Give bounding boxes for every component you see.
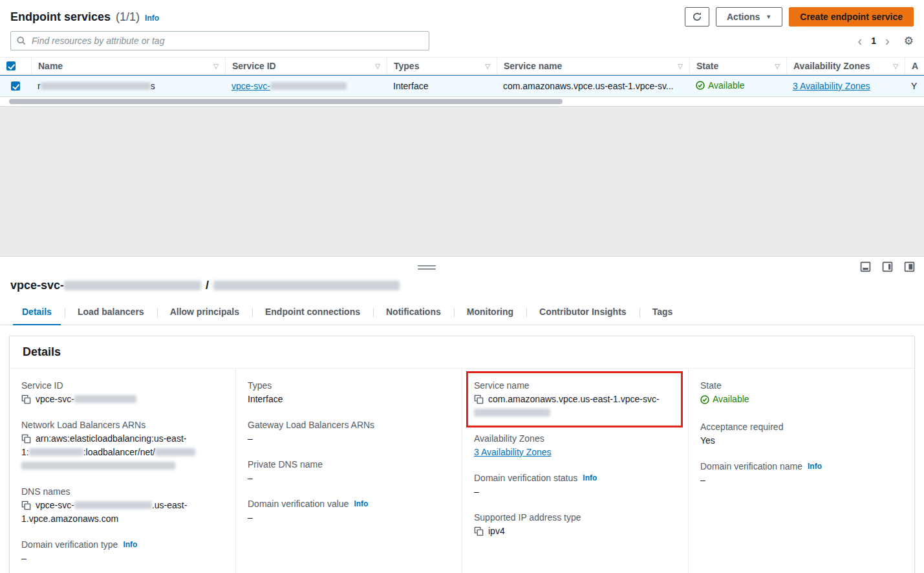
- redacted-text: [74, 501, 152, 509]
- column-header-types[interactable]: Types▽: [387, 58, 497, 74]
- redacted-text: [41, 82, 151, 90]
- availability-zones-link[interactable]: 3 Availability Zones: [793, 81, 870, 91]
- redacted-text: [29, 448, 83, 456]
- tab-endpoint-connections[interactable]: Endpoint connections: [252, 300, 373, 325]
- column-header-service-name[interactable]: Service name▽: [497, 58, 689, 74]
- endpoint-services-table: Name▽ Service ID▽ Types▽ Service name▽ S…: [0, 57, 924, 106]
- tab-contributor-insights[interactable]: Contributor Insights: [526, 300, 639, 325]
- actions-dropdown-button[interactable]: Actions ▼: [716, 7, 782, 27]
- field-service-name-highlighted: Service name com.amazonaws.vpce.us-east-…: [474, 379, 675, 420]
- table-toolbar: ‹ 1 › ⚙: [0, 30, 924, 57]
- current-page-button[interactable]: 1: [871, 36, 876, 46]
- row-checkbox[interactable]: [11, 81, 20, 91]
- tab-load-balancers[interactable]: Load balancers: [65, 300, 157, 325]
- header-actions: Actions ▼ Create endpoint service: [685, 7, 914, 27]
- field-gateway-load-balancer-arns: Gateway Load Balancers ARNs –: [248, 418, 449, 446]
- detail-tabs: Details Load balancers Allow principals …: [0, 297, 924, 325]
- sort-icon: ▽: [893, 63, 898, 70]
- field-state: State Available: [700, 379, 901, 408]
- panel-position-bottom-button[interactable]: [860, 261, 871, 272]
- cell-types: Interface: [387, 81, 497, 91]
- field-supported-ip-address-type: Supported IP address type ipv4: [474, 511, 675, 538]
- redacted-text: [21, 462, 175, 470]
- panel-maximize-button[interactable]: [904, 261, 915, 272]
- field-domain-verification-type: Domain verification typeInfo –: [21, 538, 222, 565]
- cell-availability-zones: 3 Availability Zones: [786, 81, 905, 91]
- tab-details[interactable]: Details: [9, 300, 65, 325]
- cell-state: Available: [689, 80, 786, 92]
- refresh-button[interactable]: [685, 7, 709, 27]
- details-column-2: Types Interface Gateway Load Balancers A…: [235, 369, 462, 573]
- details-card-body: Service ID vpce-svc- Network Load Balanc…: [10, 369, 914, 573]
- redacted-text: [155, 448, 195, 456]
- field-network-load-balancer-arns: Network Load Balancers ARNs arn:aws:elas…: [21, 418, 222, 473]
- copy-icon[interactable]: [21, 395, 31, 404]
- cell-service-id: vpce-svc-: [225, 81, 387, 91]
- actions-label: Actions: [727, 12, 760, 22]
- panel-position-side-button[interactable]: [882, 261, 893, 272]
- table-header-row: Name▽ Service ID▽ Types▽ Service name▽ S…: [0, 57, 924, 75]
- column-header-acceptance[interactable]: A: [905, 58, 924, 74]
- info-link[interactable]: Info: [583, 471, 597, 484]
- split-panel-header: [0, 257, 924, 279]
- column-header-service-id[interactable]: Service ID▽: [225, 58, 387, 74]
- field-types: Types Interface: [248, 379, 449, 406]
- service-id-link[interactable]: vpce-svc-: [231, 81, 347, 91]
- copy-icon[interactable]: [21, 434, 31, 444]
- details-column-3: Service name com.amazonaws.vpce.us-east-…: [462, 369, 688, 573]
- search-box: [10, 31, 429, 50]
- field-private-dns-name: Private DNS name –: [248, 458, 449, 485]
- availability-zones-link[interactable]: 3 Availability Zones: [474, 447, 552, 457]
- details-card-title: Details: [10, 336, 914, 369]
- cell-acceptance: Y: [905, 81, 924, 91]
- preferences-gear-icon[interactable]: ⚙: [904, 34, 914, 48]
- redacted-text: [74, 395, 136, 403]
- info-link[interactable]: Info: [808, 460, 822, 473]
- tab-tags[interactable]: Tags: [639, 300, 686, 325]
- panel-resize-handle[interactable]: [418, 265, 436, 272]
- sort-icon: ▽: [485, 63, 490, 70]
- panel-maximize-icon: [904, 261, 915, 272]
- info-link[interactable]: Info: [123, 538, 137, 551]
- column-header-state[interactable]: State▽: [689, 58, 786, 74]
- create-endpoint-service-button[interactable]: Create endpoint service: [789, 7, 914, 27]
- search-input[interactable]: [10, 31, 429, 50]
- info-link[interactable]: Info: [145, 14, 159, 23]
- table-row[interactable]: rs vpce-svc- Interface com.amazonaws.vpc…: [0, 75, 924, 97]
- field-domain-verification-value: Domain verification valueInfo –: [248, 497, 449, 524]
- create-label: Create endpoint service: [800, 12, 903, 22]
- tab-allow-principals[interactable]: Allow principals: [157, 300, 252, 325]
- tab-notifications[interactable]: Notifications: [373, 300, 454, 325]
- copy-icon[interactable]: [474, 395, 484, 404]
- copy-icon[interactable]: [21, 501, 31, 510]
- field-domain-verification-status: Domain verification statusInfo –: [474, 471, 675, 499]
- selected-resource-title: vpce-svc- /: [0, 279, 924, 297]
- copy-icon[interactable]: [474, 526, 484, 536]
- column-header-availability-zones[interactable]: Availability Zones▽: [786, 58, 905, 74]
- refresh-icon: [692, 12, 702, 22]
- pagination: ‹ 1 › ⚙: [858, 34, 914, 48]
- panel-bottom-icon: [860, 261, 871, 272]
- info-link[interactable]: Info: [354, 497, 368, 510]
- check-circle-icon: [696, 81, 705, 90]
- horizontal-scrollbar: [0, 97, 924, 106]
- previous-page-button[interactable]: ‹: [858, 34, 863, 47]
- row-select-cell: [0, 81, 31, 91]
- field-service-id: Service ID vpce-svc-: [21, 379, 222, 406]
- field-availability-zones: Availability Zones 3 Availability Zones: [474, 432, 675, 459]
- select-all-checkbox[interactable]: [6, 61, 16, 70]
- endpoint-services-list-panel: Endpoint services (1/1) Info Actions ▼ C…: [0, 0, 924, 106]
- redacted-text: [213, 281, 400, 290]
- cell-name: rs: [31, 81, 225, 91]
- next-page-button[interactable]: ›: [885, 34, 890, 47]
- scrollbar-thumb[interactable]: [9, 99, 563, 104]
- tab-monitoring[interactable]: Monitoring: [454, 300, 526, 325]
- page-header: Endpoint services (1/1) Info Actions ▼ C…: [0, 0, 924, 30]
- column-header-name[interactable]: Name▽: [31, 58, 225, 74]
- check-circle-icon: [700, 395, 709, 404]
- details-column-1: Service ID vpce-svc- Network Load Balanc…: [10, 369, 235, 573]
- page-title: Endpoint services: [10, 10, 111, 24]
- chevron-down-icon: ▼: [766, 14, 771, 20]
- select-all-cell: [0, 58, 31, 74]
- status-available-badge: Available: [696, 80, 745, 91]
